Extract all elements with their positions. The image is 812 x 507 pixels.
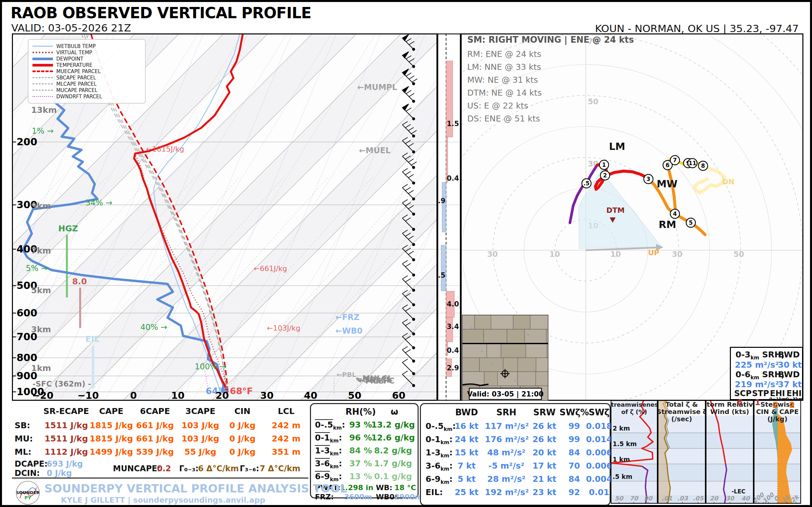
- thermo-header: 3CAPE: [177, 406, 223, 416]
- kinematics-value: 117 m²/s²: [485, 421, 528, 431]
- svg-text:MW: MW: [657, 178, 677, 190]
- legend-label: TEMPERATURE: [56, 62, 92, 68]
- svg-text:5km: 5km: [31, 286, 51, 295]
- svg-text:200: 200: [16, 136, 38, 148]
- brand-title: SOUNDERPY VERTICAL PROFILE ANALYSIS TOOL: [44, 482, 347, 495]
- legend-label: MUECAPE PARCEL: [56, 68, 101, 74]
- svg-text:11: 11: [689, 160, 697, 166]
- svg-text:5: 5: [689, 219, 693, 226]
- rh-header: RH(%): [341, 407, 380, 417]
- thermo-value: 242 m: [263, 420, 309, 430]
- legend-line-sample: [33, 70, 53, 72]
- svg-text:-0.9: -0.9: [438, 197, 445, 205]
- svg-text:40: 40: [304, 390, 317, 401]
- svg-text:2 km: 2 km: [613, 425, 630, 432]
- svg-text:0.4: 0.4: [447, 346, 459, 354]
- kinematics-header: SRH: [485, 407, 528, 417]
- svg-text:30: 30: [487, 250, 498, 259]
- mini-panel: 2 km1.5 km1 km.5 km507090Streamwisenesso…: [611, 400, 658, 504]
- svg-text:RM: RM: [659, 219, 676, 230]
- svg-text:←FRZ: ←FRZ: [336, 313, 359, 322]
- thermo-header: LCL: [263, 406, 309, 416]
- thermo-value: 103 J/kg: [177, 420, 223, 430]
- thermo-value: 0 J/kg: [219, 447, 266, 457]
- muncape-value: 0.2: [157, 464, 171, 473]
- lapse-rate-3-6-value: 7 Δ°C/km: [260, 464, 300, 473]
- srh-bwd-summary-box: 0-3km SRH,BWD225 m²/s²30 kt0-6km SRH,BWD…: [730, 347, 803, 400]
- svg-text:10: 10: [171, 390, 185, 401]
- dcin-label: DCIN:: [14, 469, 40, 478]
- legend-line-sample: [33, 46, 53, 47]
- svg-text:2: 2: [603, 172, 607, 179]
- thermo-value: 1815 J/kg: [88, 420, 135, 430]
- thermo-value: 0 J/kg: [219, 420, 266, 430]
- svg-text:1.5 km: 1.5 km: [613, 440, 637, 447]
- mixing-ratio-value: 1.7 g/kg: [368, 459, 418, 468]
- mixing-ratio-value: 13.2 g/kg: [368, 420, 418, 430]
- svg-text:1.5: 1.5: [447, 120, 459, 128]
- kinematics-table: BWDSRHSRWSWζ%SWζ0-.5km:16 kt117 m²/s²26 …: [420, 403, 611, 506]
- mini-panel: .01.03.05Total ζ &Streamwise ζ(/sec): [658, 400, 706, 504]
- svg-text:10: 10: [610, 250, 621, 259]
- lapse-rate-0-3-label: Γ₀₋₃:: [179, 464, 199, 473]
- index-value: 2: [773, 400, 778, 410]
- legend-label: MUCAPE PARCEL: [56, 88, 97, 93]
- svg-text:-SFC (362m) -: -SFC (362m) -: [33, 380, 91, 388]
- svg-text:90: 90: [644, 495, 653, 502]
- svg-text:10: 10: [549, 250, 560, 259]
- legend-line-sample: [33, 96, 53, 97]
- svg-text:30: 30: [725, 495, 735, 502]
- svg-text:3: 3: [647, 176, 650, 182]
- station-location: KOUN - NORMAN, OK US | 35.23, -97.47: [595, 22, 799, 35]
- svg-text:0.4: 0.4: [447, 174, 459, 182]
- svg-text:50: 50: [588, 97, 598, 106]
- valid-timestamp: VALID: 03-05-2026 21Z: [11, 22, 131, 34]
- muncape-label: MUNCAPE:: [113, 464, 160, 473]
- legend-line-sample: [33, 52, 53, 53]
- svg-text:DS: ENE @ 51 kts: DS: ENE @ 51 kts: [467, 114, 540, 123]
- svg-text:20: 20: [710, 495, 719, 502]
- thermo-value: 1499 J/kg: [88, 447, 135, 457]
- legend-line-sample: [33, 58, 53, 60]
- svg-text:50: 50: [348, 390, 361, 401]
- legend-item: MUCAPE PARCEL: [33, 87, 141, 93]
- legend-label: VIRTUAL TEMP: [56, 50, 92, 56]
- svg-text:70: 70: [629, 495, 639, 502]
- legend-label: SBCAPE PARCEL: [56, 75, 96, 81]
- svg-text:20: 20: [216, 390, 229, 401]
- svg-text:Streamwiseness: Streamwiseness: [611, 401, 658, 408]
- legend-line-sample: [33, 77, 53, 78]
- svg-text:1: 1: [602, 162, 606, 168]
- svg-text:8: 8: [701, 163, 705, 169]
- kinematics-row-label: EIL:: [425, 488, 443, 497]
- legend-label: DEWPOINT: [56, 56, 84, 62]
- kinematics-value: 7 kt: [445, 461, 488, 470]
- svg-text:←MLLFC: ←MLLFC: [359, 376, 395, 386]
- svg-text:50: 50: [733, 250, 744, 259]
- svg-text:Total ζ &: Total ζ &: [666, 400, 698, 408]
- svg-text:-LEC: -LEC: [731, 488, 746, 495]
- footer-divider: [12, 477, 308, 478]
- thermo-value: 1112 J/kg: [43, 447, 89, 457]
- thermo-value: 539 J/kg: [132, 447, 178, 457]
- svg-text:←1815J/kg: ←1815J/kg: [146, 145, 184, 153]
- sounderpy-logo: SOUNDER PY: [16, 481, 40, 505]
- svg-text:9km: 9km: [31, 201, 51, 211]
- svg-text:0: 0: [130, 390, 137, 401]
- svg-text:3km: 3km: [31, 325, 51, 334]
- svg-text:1km: 1km: [31, 363, 51, 373]
- mixing-ratio-value: 8.2 g/kg: [368, 446, 418, 455]
- wb0-value: 2900m: [394, 493, 422, 501]
- svg-text:UP: UP: [648, 248, 659, 257]
- svg-text:7: 7: [673, 157, 677, 164]
- location-map-inset: Valid: 03-05 | 21:00: [462, 315, 548, 401]
- svg-text:13km: 13km: [31, 105, 57, 115]
- svg-text:MW: NE @ 31 kts: MW: NE @ 31 kts: [467, 75, 538, 85]
- kinematics-value: 16 kt: [445, 421, 488, 431]
- thermo-row-label: SB:: [14, 420, 30, 430]
- thermo-value: 55 J/kg: [177, 447, 223, 457]
- legend-item: TEMPERATURE: [33, 62, 141, 68]
- svg-text:←PBL: ←PBL: [337, 371, 356, 379]
- dcin-value: 0 J/kg: [47, 469, 72, 478]
- thermo-value: 1511 J/kg: [43, 434, 89, 444]
